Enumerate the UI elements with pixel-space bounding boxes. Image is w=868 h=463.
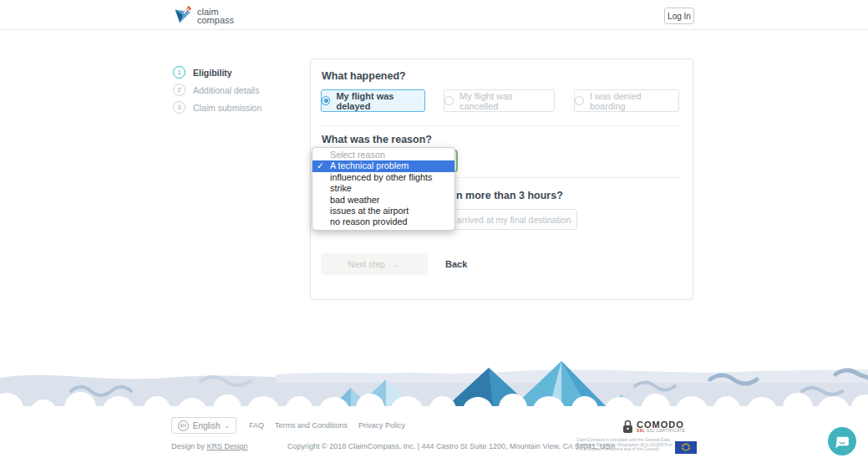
dropdown-item-technical-problem[interactable]: ✓ A technical problem: [312, 160, 454, 171]
option-label: My flight was delayed: [336, 91, 424, 111]
divider: [322, 125, 680, 126]
back-link[interactable]: Back: [445, 259, 467, 269]
chat-bubble-icon: [835, 434, 850, 449]
padlock-icon: [622, 420, 633, 434]
reason-dropdown-menu: Select reason ✓ A technical problem infl…: [312, 147, 455, 231]
radio-icon: [444, 96, 454, 105]
step-label: Claim submission: [193, 103, 261, 113]
dropdown-item-bad-weather[interactable]: bad weather: [312, 195, 454, 206]
question-what-happened: What happened?: [322, 70, 406, 82]
step-label: Additional details: [193, 85, 259, 95]
language-label: English: [193, 421, 221, 430]
option-label: I was denied boarding: [590, 91, 678, 111]
claimcompass-page: claim compass Log In 1 Eligibility 2 Add…: [0, 0, 868, 463]
design-credit: Design by KRS Design: [171, 442, 248, 450]
option-denied-boarding[interactable]: I was denied boarding: [574, 89, 679, 112]
logo-text: claim compass: [197, 8, 234, 25]
step-label: Eligibility: [193, 68, 232, 78]
chat-launcher-button[interactable]: [828, 427, 856, 455]
language-selector[interactable]: EN English ⌄: [171, 417, 236, 434]
language-en-icon: EN: [178, 420, 189, 431]
copyright-text: Copyright © 2018 ClaimCompass, Inc. | 44…: [287, 442, 616, 450]
header: claim compass Log In: [0, 0, 868, 30]
footer-links: FAQ Terms and Conditions Privacy Policy: [249, 421, 405, 430]
option-flight-cancelled[interactable]: My flight was cancelled: [444, 89, 555, 112]
dropdown-item-other-flights[interactable]: influenced by other flights: [312, 172, 454, 183]
comodo-ssl-badge: COMODO SSL SSL CERTIFICATE: [622, 420, 685, 434]
terms-link[interactable]: Terms and Conditions: [275, 421, 348, 430]
question-delay-duration: n more than 3 hours?: [456, 190, 563, 201]
radio-icon: [575, 96, 584, 105]
step-number: 2: [173, 84, 185, 96]
option-flight-delayed[interactable]: My flight was delayed: [321, 89, 425, 112]
compass-logo-icon: [173, 4, 193, 28]
login-button[interactable]: Log In: [664, 8, 694, 24]
next-step-button[interactable]: Next step →: [321, 253, 428, 275]
dropdown-item-airport-issues[interactable]: issues at the airport: [312, 206, 454, 216]
question-reason: What was the reason?: [322, 134, 432, 145]
step-eligibility[interactable]: 1 Eligibility: [173, 66, 232, 79]
check-icon: ✓: [317, 160, 324, 171]
eu-flag-icon: [675, 441, 697, 454]
chevron-down-icon: ⌄: [225, 422, 231, 430]
claimcompass-logo[interactable]: claim compass: [173, 4, 234, 28]
step-number: 3: [173, 101, 185, 114]
faq-link[interactable]: FAQ: [249, 421, 264, 430]
dropdown-item-strike[interactable]: strike: [312, 183, 454, 194]
comodo-name: COMODO: [637, 420, 685, 429]
option-label: My flight was cancelled: [459, 91, 554, 111]
radio-selected-icon: [322, 96, 330, 105]
dropdown-item-placeholder[interactable]: Select reason: [312, 150, 454, 160]
mountains-clouds-illustration: [0, 358, 868, 415]
arrow-right-icon: →: [392, 259, 401, 269]
comodo-sub: SSL SSL CERTIFICATE: [637, 429, 685, 433]
krs-design-link[interactable]: KRS Design: [207, 442, 248, 450]
step-additional-details[interactable]: 2 Additional details: [173, 84, 259, 96]
privacy-link[interactable]: Privacy Policy: [358, 421, 405, 430]
dropdown-item-no-reason[interactable]: no reason provided: [312, 216, 454, 227]
step-claim-submission[interactable]: 3 Claim submission: [173, 101, 261, 114]
step-number: 1: [173, 66, 185, 79]
